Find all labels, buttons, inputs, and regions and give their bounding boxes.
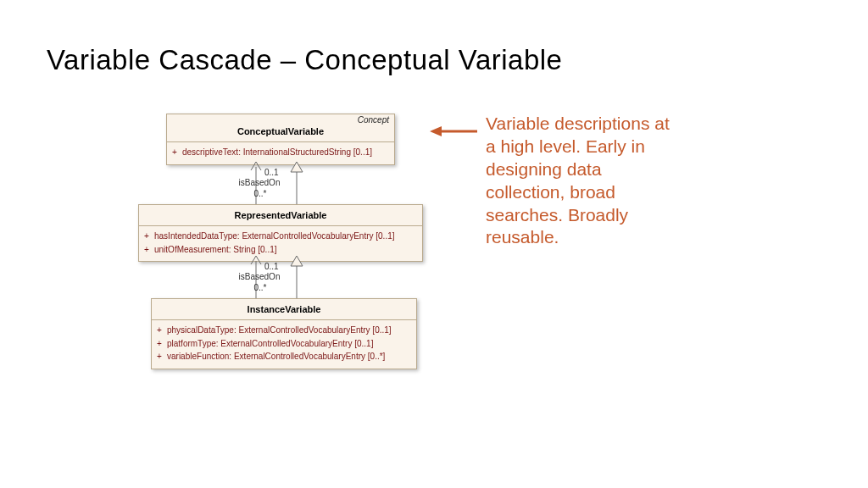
class-instance-variable: InstanceVariable +physicalDataType: Exte… <box>151 298 417 369</box>
multiplicity-upper: 0..1 <box>264 262 279 271</box>
class-attribute: +descriptiveText: InternationalStructure… <box>167 146 394 159</box>
class-name: RepresentedVariable <box>144 207 417 222</box>
multiplicity-lower: 0..* <box>248 189 273 198</box>
stereotype-label: Concept <box>358 115 389 125</box>
multiplicity-upper: 0..1 <box>264 168 279 177</box>
class-attribute: +physicalDataType: ExternalControlledVoc… <box>152 324 416 337</box>
class-conceptual-variable: Concept ConceptualVariable +descriptiveT… <box>166 114 395 165</box>
class-attribute: +hasIntendedDataType: ExternalControlled… <box>139 230 422 243</box>
slide-title: Variable Cascade – Conceptual Variable <box>47 44 562 76</box>
multiplicity-lower: 0..* <box>248 283 273 292</box>
association-label: isBasedOn <box>237 272 281 281</box>
svg-marker-3 <box>291 162 303 172</box>
svg-marker-1 <box>430 126 442 136</box>
class-represented-variable: RepresentedVariable +hasIntendedDataType… <box>138 204 423 262</box>
class-name: ConceptualVariable <box>172 116 389 138</box>
class-attribute: +platformType: ExternalControlledVocabul… <box>152 337 416 351</box>
class-name: InstanceVariable <box>157 301 411 316</box>
svg-marker-6 <box>291 256 303 266</box>
arrow-left-icon <box>430 124 479 139</box>
callout-text: Variable descriptions at a high level. E… <box>486 113 681 249</box>
association-label: isBasedOn <box>237 178 281 187</box>
class-attribute: +variableFunction: ExternalControlledVoc… <box>152 350 416 363</box>
